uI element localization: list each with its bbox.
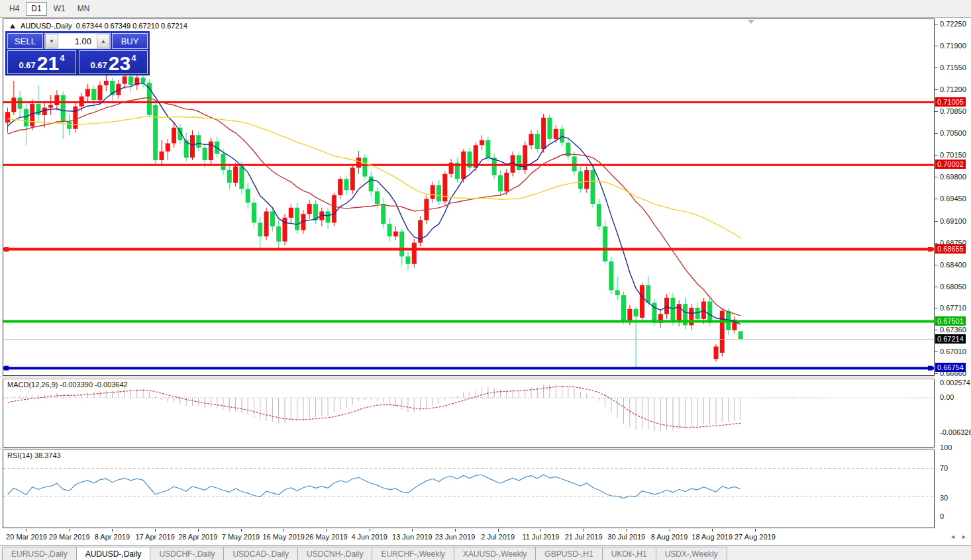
date-axis-label: 11 Jul 2019 <box>522 533 559 541</box>
sell-price-prefix: 0.67 <box>19 60 36 70</box>
price-level-badge: 0.67501 <box>935 316 966 326</box>
tab-usdcad-daily[interactable]: USDCAD-,Daily <box>223 547 298 560</box>
axis-tick-mark <box>935 177 938 177</box>
sell-button[interactable]: SELL <box>7 33 43 49</box>
volume-spinner: ▼ 1.00 ▲ <box>44 33 111 49</box>
symbol-label: AUDUSD-,Daily <box>21 22 72 30</box>
axis-tick-mark <box>935 46 938 46</box>
axis-tick-mark <box>935 243 938 244</box>
tab-gbpusd-h1[interactable]: GBPUSD-,H1 <box>535 547 602 560</box>
rsi-axis-tick: 70 <box>940 464 948 472</box>
date-tick-mark <box>112 529 113 532</box>
date-tick-mark <box>627 529 627 532</box>
rsi-panel[interactable]: RSI(14) 38.3743 <box>3 449 935 528</box>
tab-usdcnh-daily[interactable]: USDCNH-,Daily <box>297 547 372 560</box>
rsi-line <box>8 475 741 498</box>
date-axis-label: 21 Jul 2019 <box>565 533 603 541</box>
timeframe-toolbar: H4D1W1MN <box>0 0 971 18</box>
price-axis-tick: 0.70150 <box>940 151 966 159</box>
buy-price-prefix: 0.67 <box>91 60 107 70</box>
buy-price-main: 23 <box>109 55 130 72</box>
tab-ukoil-h1[interactable]: UKOil-,H1 <box>602 547 656 560</box>
tab-xauusd-weekly[interactable]: XAUUSD-,Weekly <box>454 547 536 560</box>
date-axis-label: 28 Apr 2019 <box>178 533 217 541</box>
date-tick-mark <box>412 529 413 532</box>
chart-shift-marker-icon <box>748 20 754 24</box>
rsi-label: RSI(14) 38.3743 <box>7 451 61 459</box>
axis-tick-mark <box>935 199 938 199</box>
date-axis-label: 13 Jun 2019 <box>392 533 433 541</box>
axis-tick-mark <box>935 155 938 156</box>
date-tick-mark <box>327 529 327 532</box>
current-price-badge: 0.67214 <box>935 334 966 344</box>
timeframe-button-mn[interactable]: MN <box>72 2 95 16</box>
candles-layer <box>5 70 743 368</box>
date-tick-mark <box>540 529 541 532</box>
buy-price-pip: 4 <box>131 53 136 63</box>
axis-tick-mark <box>935 373 938 374</box>
ma-45-line <box>8 117 741 238</box>
date-tick-mark <box>70 529 70 532</box>
tab-eurusd-daily[interactable]: EURUSD-,Daily <box>2 547 77 560</box>
buy-price-display[interactable]: 0.67 23 4 <box>79 50 148 74</box>
price-axis-tick: 0.71550 <box>940 64 966 71</box>
axis-tick-mark <box>935 89 938 90</box>
price-axis-tick: 0.72250 <box>940 20 966 28</box>
date-axis-label: 20 Mar 2019 <box>6 533 47 541</box>
tab-usdx-weekly[interactable]: USDX-,Weekly <box>656 547 727 560</box>
volume-input[interactable]: 1.00 <box>58 34 97 48</box>
price-axis-tick: 0.70850 <box>940 107 966 115</box>
axis-tick-mark <box>935 133 938 134</box>
axis-tick-mark <box>935 68 938 68</box>
price-level-badge: 0.70002 <box>935 160 966 169</box>
date-axis-label: 30 Jul 2019 <box>607 533 645 541</box>
price-axis-tick: 0.71900 <box>940 42 966 50</box>
timeframe-button-d1[interactable]: D1 <box>26 2 46 16</box>
price-axis[interactable]: 0.722500.719000.715500.712000.708500.705… <box>935 19 971 541</box>
ohlc-values: 0.67344 0.67349 0.67210 0.67214 <box>76 22 187 30</box>
price-axis-tick: 0.69450 <box>940 195 966 203</box>
macd-label: MACD(12,26,9) -0.003390 -0.003642 <box>7 381 128 389</box>
panel-splitter[interactable] <box>0 376 971 378</box>
macd-canvas <box>3 379 934 447</box>
date-axis-label: 18 Aug 2019 <box>691 533 733 541</box>
date-axis-label: 7 May 2019 <box>222 533 260 541</box>
rsi-axis-tick: 100 <box>940 443 952 451</box>
date-axis-label: 27 Aug 2019 <box>735 533 776 541</box>
rsi-axis-tick: 30 <box>940 494 948 502</box>
horizontal-scroll-arrows[interactable]: ◄► <box>950 534 971 540</box>
price-axis-tick: 0.70500 <box>940 129 966 137</box>
timeframe-button-w1[interactable]: W1 <box>48 2 71 16</box>
axis-tick-mark <box>935 24 938 24</box>
date-axis-label: 26 May 2019 <box>305 533 348 541</box>
date-tick-mark <box>455 529 456 532</box>
buy-button[interactable]: BUY <box>112 33 148 49</box>
price-level-badge: 0.71005 <box>935 97 966 107</box>
price-axis-tick: 0.68400 <box>940 261 966 269</box>
date-axis-label: 8 Aug 2019 <box>651 533 688 541</box>
price-axis-tick: 0.67360 <box>940 326 966 334</box>
axis-tick-mark <box>935 221 938 222</box>
sell-price-display[interactable]: 0.67 21 4 <box>7 50 76 74</box>
macd-axis-tick: -0.006326 <box>940 428 971 436</box>
date-axis[interactable]: 20 Mar 201929 Mar 20198 Apr 201917 Apr 2… <box>3 529 935 545</box>
axis-tick-mark <box>935 351 938 352</box>
date-tick-mark <box>283 529 284 532</box>
tab-usdchf-daily[interactable]: USDCHF-,Daily <box>150 547 224 560</box>
one-click-trading-panel: SELL ▼ 1.00 ▲ BUY 0.67 21 4 0.67 23 4 <box>5 31 150 75</box>
tab-audusd-daily[interactable]: AUDUSD-,Daily <box>76 547 151 560</box>
price-chart-panel[interactable]: AUDUSD-,Daily 0.67344 0.67349 0.67210 0.… <box>3 19 935 376</box>
timeframe-button-h4[interactable]: H4 <box>4 2 25 16</box>
date-tick-mark <box>712 529 713 532</box>
date-tick-mark <box>584 529 584 532</box>
volume-increase-button[interactable]: ▲ <box>97 34 110 48</box>
ma-20-line <box>8 97 741 316</box>
date-tick-mark <box>370 529 370 532</box>
date-tick-mark <box>670 529 670 532</box>
tab-eurchf-weekly[interactable]: EURCHF-,Weekly <box>372 547 454 560</box>
date-axis-label: 2 Jul 2019 <box>481 533 515 541</box>
macd-panel[interactable]: MACD(12,26,9) -0.003390 -0.003642 <box>3 379 935 447</box>
volume-decrease-button[interactable]: ▼ <box>45 34 58 48</box>
price-axis-tick: 0.69800 <box>940 173 966 181</box>
date-tick-mark <box>155 529 156 532</box>
